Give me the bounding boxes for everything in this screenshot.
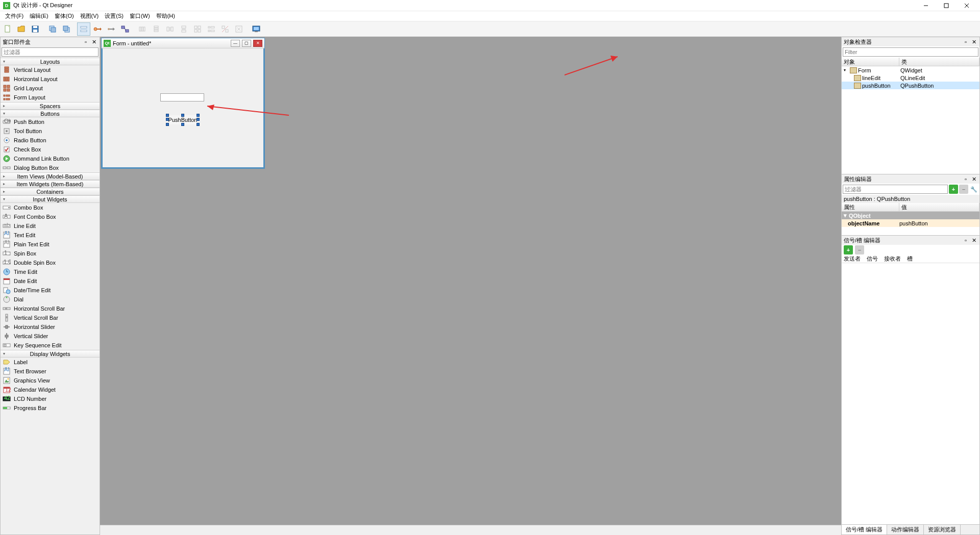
dock-close-icon[interactable]: ✕ — [970, 38, 977, 45]
widget-item[interactable]: AIText Edit — [1, 231, 100, 240]
form-maximize-button[interactable]: ▢ — [242, 40, 251, 47]
widget-item[interactable]: Horizontal Layout — [1, 74, 100, 84]
widget-item[interactable]: Command Link Button — [1, 154, 100, 163]
widget-item[interactable]: AIText Browser — [1, 367, 100, 376]
inspector-filter-input[interactable] — [843, 47, 978, 57]
widgetbox-filter-input[interactable] — [2, 47, 99, 57]
widget-item[interactable]: 12Calendar Widget — [1, 385, 100, 394]
widget-item[interactable]: OKPush Button — [1, 117, 100, 126]
widget-item[interactable]: 1Spin Box — [1, 249, 100, 258]
edit-tab-order-button[interactable] — [118, 22, 132, 36]
menu-form[interactable]: 窗体(O) — [52, 12, 77, 20]
property-filter-input[interactable] — [843, 185, 948, 194]
preview-button[interactable] — [250, 22, 263, 36]
minimize-button[interactable] — [916, 0, 936, 11]
widget-item[interactable]: Progress Bar — [1, 403, 100, 413]
save-file-button[interactable] — [29, 22, 42, 36]
layout-grid-button[interactable] — [191, 22, 204, 36]
send-back-button[interactable] — [46, 22, 59, 36]
form-window[interactable]: Qt Form - untitled* — ▢ ✕ PushButton — [101, 38, 265, 169]
dock-float-icon[interactable]: ▫ — [962, 175, 969, 183]
widget-item[interactable]: Check Box — [1, 145, 100, 154]
bring-front-button[interactable] — [60, 22, 73, 36]
category-item-widgets[interactable]: ▸Item Widgets (Item-Based) — [1, 180, 100, 188]
form-close-button[interactable]: ✕ — [253, 40, 262, 47]
remove-signal-button[interactable]: – — [855, 245, 864, 254]
maximize-button[interactable] — [936, 0, 957, 11]
category-item-views[interactable]: ▸Item Views (Model-Based) — [1, 172, 100, 180]
property-row-objectname[interactable]: objectName pushButton — [842, 219, 979, 227]
inspector-row[interactable]: lineEditQLineEdit — [842, 74, 979, 82]
canvas-body[interactable]: Qt Form - untitled* — ▢ ✕ PushButton — [100, 37, 841, 525]
widget-item[interactable]: 1.0Double Spin Box — [1, 258, 100, 267]
widget-item[interactable]: Dial — [1, 295, 100, 304]
dock-close-icon[interactable]: ✕ — [970, 175, 977, 183]
category-display-widgets[interactable]: ▾Display Widgets — [1, 350, 100, 358]
category-containers[interactable]: ▸Containers — [1, 188, 100, 195]
category-layouts[interactable]: ▾Layouts — [1, 58, 100, 65]
inspector-row[interactable]: ▾FormQWidget — [842, 66, 979, 74]
widget-item[interactable]: Grid Layout — [1, 84, 100, 93]
property-tree[interactable]: ▾QObject objectName pushButton — [842, 212, 979, 235]
tab-signal-slot[interactable]: 信号/槽 编辑器 — [842, 525, 887, 534]
menu-window[interactable]: 窗口(W) — [127, 12, 153, 20]
widget-item[interactable]: Graphics View — [1, 376, 100, 385]
open-file-button[interactable] — [15, 22, 28, 36]
edit-widgets-button[interactable] — [77, 22, 90, 36]
widget-item[interactable]: Radio Button — [1, 136, 100, 145]
dock-float-icon[interactable]: ▫ — [962, 237, 969, 244]
category-spacers[interactable]: ▸Spacers — [1, 102, 100, 110]
menu-edit[interactable]: 编辑(E) — [27, 12, 52, 20]
widget-item[interactable]: Dialog Button Box — [1, 163, 100, 172]
menu-help[interactable]: 帮助(H) — [153, 12, 178, 20]
add-property-button[interactable]: + — [949, 185, 958, 194]
dock-float-icon[interactable]: ▫ — [82, 38, 89, 45]
widget-item[interactable]: Combo Box — [1, 203, 100, 212]
widget-item[interactable]: abLine Edit — [1, 221, 100, 231]
dock-close-icon[interactable]: ✕ — [90, 38, 97, 45]
layout-form-button[interactable] — [205, 22, 218, 36]
dock-close-icon[interactable]: ✕ — [970, 237, 977, 244]
property-section-qobject[interactable]: ▾QObject — [842, 212, 979, 219]
menu-settings[interactable]: 设置(S) — [102, 12, 127, 20]
new-file-button[interactable] — [1, 22, 14, 36]
widget-item[interactable]: Time Edit — [1, 267, 100, 276]
form-minimize-button[interactable]: — — [231, 40, 240, 47]
category-input-widgets[interactable]: ▾Input Widgets — [1, 195, 100, 203]
designer-lineedit[interactable] — [160, 93, 204, 101]
form-titlebar[interactable]: Qt Form - untitled* — ▢ ✕ — [102, 38, 264, 48]
category-buttons[interactable]: ▾Buttons — [1, 110, 100, 117]
widget-item[interactable]: Tool Button — [1, 126, 100, 136]
dock-float-icon[interactable]: ▫ — [962, 38, 969, 45]
widget-item[interactable]: Label — [1, 358, 100, 367]
widget-item[interactable]: Date/Time Edit — [1, 286, 100, 295]
edit-signals-button[interactable] — [91, 22, 104, 36]
form-canvas[interactable]: PushButton — [102, 48, 264, 168]
widget-item[interactable]: Vertical Layout — [1, 65, 100, 74]
inspector-row[interactable]: pushButtonQPushButton — [842, 82, 979, 89]
widgetbox-list[interactable]: ▾Layouts Vertical LayoutHorizontal Layou… — [1, 58, 100, 534]
adjust-size-button[interactable] — [232, 22, 246, 36]
signal-list[interactable] — [842, 263, 979, 524]
widget-item[interactable]: Horizontal Scroll Bar — [1, 304, 100, 313]
layout-h-splitter-button[interactable] — [163, 22, 177, 36]
edit-buddies-button[interactable] — [105, 22, 118, 36]
widget-item[interactable]: Date Edit — [1, 276, 100, 286]
layout-v-splitter-button[interactable] — [177, 22, 190, 36]
layout-horizontal-button[interactable] — [136, 22, 149, 36]
inspector-tree[interactable]: ▾FormQWidgetlineEditQLineEditpushButtonQ… — [842, 66, 979, 174]
widget-item[interactable]: AIPlain Text Edit — [1, 240, 100, 249]
add-signal-button[interactable]: + — [844, 245, 853, 254]
remove-property-button[interactable]: – — [959, 185, 968, 194]
widget-item[interactable]: Form Layout — [1, 93, 100, 102]
widget-item[interactable]: 42LCD Number — [1, 394, 100, 403]
close-button[interactable] — [957, 0, 977, 11]
widget-item[interactable]: Vertical Scroll Bar — [1, 313, 100, 322]
widget-item[interactable]: AFont Combo Box — [1, 212, 100, 221]
tab-resource-browser[interactable]: 资源浏览器 — [924, 525, 961, 534]
menu-file[interactable]: 文件(F) — [2, 12, 27, 20]
widget-item[interactable]: Vertical Slider — [1, 332, 100, 341]
config-button[interactable]: 🔧 — [969, 185, 978, 194]
widget-item[interactable]: Horizontal Slider — [1, 322, 100, 332]
break-layout-button[interactable] — [218, 22, 232, 36]
